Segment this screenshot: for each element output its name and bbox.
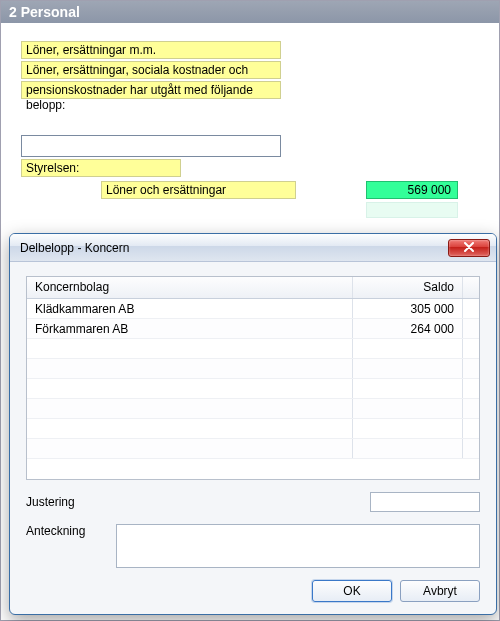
close-icon xyxy=(464,241,474,255)
window-title: 2 Personal xyxy=(9,4,80,20)
dialog-title: Delbelopp - Koncern xyxy=(20,241,448,255)
col-header-spacer xyxy=(463,277,479,298)
delbelopp-dialog: Delbelopp - Koncern Koncernbolag Saldo K… xyxy=(9,233,497,615)
col-header-name[interactable]: Koncernbolag xyxy=(27,277,353,298)
cell-saldo: 305 000 xyxy=(353,299,463,318)
cell-name: Förkammaren AB xyxy=(27,319,353,338)
adjust-row: Justering xyxy=(26,492,480,512)
adjust-label: Justering xyxy=(26,495,116,509)
heading-line-2[interactable]: Löner, ersättningar, sociala kostnader o… xyxy=(21,61,281,79)
dialog-close-button[interactable] xyxy=(448,239,490,257)
adjust-input[interactable] xyxy=(370,492,480,512)
dialog-titlebar[interactable]: Delbelopp - Koncern xyxy=(10,234,496,262)
cancel-button[interactable]: Avbryt xyxy=(400,580,480,602)
heading-line-1[interactable]: Löner, ersättningar m.m. xyxy=(21,41,281,59)
note-textarea[interactable] xyxy=(116,524,480,568)
salaries-value[interactable]: 569 000 xyxy=(366,181,458,199)
table-header: Koncernbolag Saldo xyxy=(27,277,479,299)
ok-button[interactable]: OK xyxy=(312,580,392,602)
table-row-empty xyxy=(27,339,479,359)
salaries-row: Löner och ersättningar 569 000 xyxy=(21,181,479,199)
salaries-label[interactable]: Löner och ersättningar xyxy=(101,181,296,199)
table-row-empty xyxy=(27,419,479,439)
main-window: 2 Personal Löner, ersättningar m.m. Löne… xyxy=(0,0,500,621)
heading-line-3[interactable]: pensionskostnader har utgått med följand… xyxy=(21,81,281,99)
note-label: Anteckning xyxy=(26,524,116,538)
table-row[interactable]: Förkammaren AB 264 000 xyxy=(27,319,479,339)
table-row-empty xyxy=(27,439,479,459)
col-header-saldo[interactable]: Saldo xyxy=(353,277,463,298)
content-area: Löner, ersättningar m.m. Löner, ersättni… xyxy=(1,23,499,228)
cell-name: Klädkammaren AB xyxy=(27,299,353,318)
dialog-body: Koncernbolag Saldo Klädkammaren AB 305 0… xyxy=(10,262,496,614)
cell-saldo: 264 000 xyxy=(353,319,463,338)
note-row: Anteckning xyxy=(26,524,480,568)
table-body[interactable]: Klädkammaren AB 305 000 Förkammaren AB 2… xyxy=(27,299,479,479)
blank-input[interactable] xyxy=(21,135,281,157)
table-row-empty xyxy=(27,399,479,419)
koncern-table[interactable]: Koncernbolag Saldo Klädkammaren AB 305 0… xyxy=(26,276,480,480)
table-row[interactable]: Klädkammaren AB 305 000 xyxy=(27,299,479,319)
table-row-empty xyxy=(27,379,479,399)
table-row-empty xyxy=(27,359,479,379)
next-value-peek xyxy=(366,202,458,218)
window-titlebar: 2 Personal xyxy=(1,1,499,23)
dialog-button-row: OK Avbryt xyxy=(26,580,480,602)
styrelsen-label[interactable]: Styrelsen: xyxy=(21,159,181,177)
